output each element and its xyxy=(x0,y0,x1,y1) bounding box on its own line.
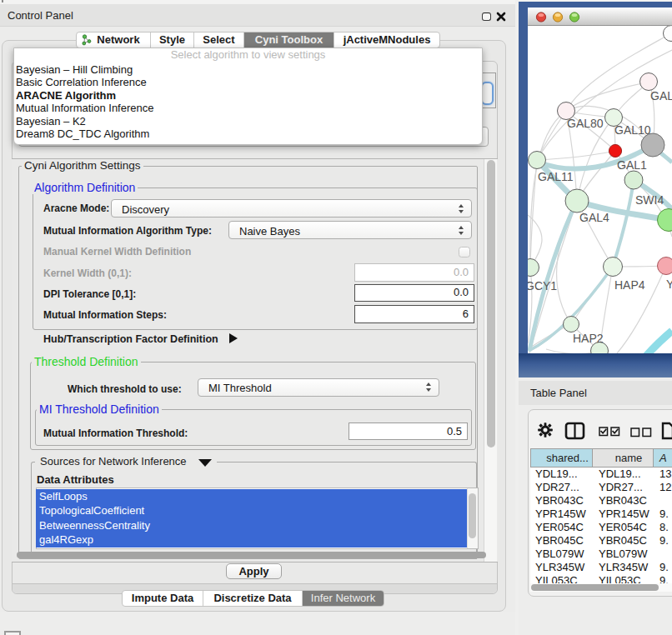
svg-text:GAL4: GAL4 xyxy=(579,211,609,224)
svg-text:Y: Y xyxy=(666,278,672,291)
svg-text:GAL1: GAL1 xyxy=(617,158,647,172)
svg-text:GAL80: GAL80 xyxy=(567,117,604,130)
svg-text:GAL7: GAL7 xyxy=(650,89,672,102)
svg-text:SWI4: SWI4 xyxy=(635,193,664,207)
svg-text:GAL10: GAL10 xyxy=(614,123,651,137)
svg-text:HAP4: HAP4 xyxy=(614,278,645,292)
svg-text:GCY1: GCY1 xyxy=(528,279,557,292)
svg-text:HAP2: HAP2 xyxy=(573,332,604,345)
svg-text:GAL11: GAL11 xyxy=(538,170,574,183)
